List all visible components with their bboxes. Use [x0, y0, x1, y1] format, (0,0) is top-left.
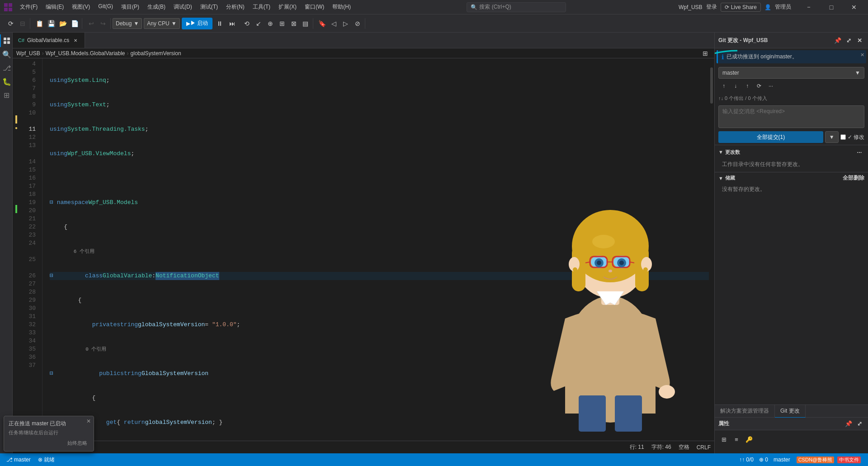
bookmark-1[interactable]: 🔖 — [317, 18, 328, 29]
code-line-refs2: 0 个引用 — [50, 345, 709, 353]
bottom-branch[interactable]: master — [771, 453, 793, 466]
toolbar-btn-3[interactable]: 📋 — [34, 18, 45, 29]
git-expand-btn[interactable]: ⤢ — [844, 35, 854, 45]
tab-globalvariable[interactable]: C# GlobalVariable.cs ✕ — [13, 33, 85, 48]
bookmark-4[interactable]: ⊘ — [352, 18, 363, 29]
menu-test[interactable]: 测试(T) — [197, 2, 222, 12]
platform-dropdown[interactable]: Any CPU ▼ — [144, 18, 179, 29]
commit-message-input[interactable] — [718, 105, 864, 128]
modified-indicator — [15, 115, 17, 124]
git-pin-btn[interactable]: 📌 — [833, 35, 843, 45]
line-ending[interactable]: CRLF — [697, 444, 711, 451]
menu-tools[interactable]: 工具(T) — [249, 2, 274, 12]
zero-count[interactable]: ⊕ 0 — [756, 453, 771, 466]
breakpoint-indicator[interactable]: ● — [15, 125, 18, 130]
props-pin-btn[interactable]: 📌 — [844, 419, 854, 429]
props-expand-btn[interactable]: ⤢ — [854, 419, 864, 429]
step-over[interactable]: ⏸ — [214, 18, 225, 29]
misc-btn-3[interactable]: ⊕ — [265, 18, 276, 29]
git-close-btn[interactable]: ✕ — [854, 35, 864, 45]
activity-explorer[interactable] — [0, 34, 13, 47]
push-btn[interactable]: ↑ — [742, 81, 753, 91]
misc-btn-6[interactable]: ▤ — [300, 18, 311, 29]
notification-close-btn[interactable]: ✕ — [860, 52, 864, 58]
modify-checkbox[interactable] — [840, 134, 846, 140]
bookmark-2[interactable]: ◁ — [329, 18, 340, 29]
debug-config-dropdown[interactable]: Debug ▼ — [113, 18, 142, 29]
minimize-button[interactable]: － — [798, 0, 819, 14]
indentation[interactable]: 空格 — [679, 443, 689, 451]
pull-btn[interactable]: ↓ — [730, 81, 741, 91]
activity-debug[interactable]: 🐛 — [0, 75, 13, 88]
menu-build[interactable]: 生成(B) — [144, 2, 169, 12]
commit-all-button[interactable]: 全部提交(1) — [718, 131, 823, 143]
misc-btn-4[interactable]: ⊞ — [277, 18, 288, 29]
git-branch-area: master ▼ ↑ ↓ ↑ ⟳ ··· — [715, 65, 868, 93]
stash-section-header[interactable]: ▼ 储藏 全部删除 — [715, 172, 868, 184]
step-into[interactable]: ⏭ — [227, 18, 238, 29]
tab-close-btn[interactable]: ✕ — [72, 37, 79, 44]
activity-search[interactable]: 🔍 — [0, 48, 13, 61]
branch-dropdown[interactable]: master ▼ — [718, 67, 864, 79]
menu-git[interactable]: Git(G) — [94, 2, 117, 12]
search-box[interactable]: 🔍 搜索 (Ctrl+Q) — [467, 2, 566, 12]
run-button[interactable]: ▶ ▶ 启动 — [182, 18, 212, 29]
toolbar-btn-2: ⊟ — [17, 18, 28, 29]
misc-btn-2[interactable]: ↙ — [253, 18, 264, 29]
toolbar-btn-1[interactable]: ⟳ — [5, 18, 16, 29]
bookmark-3[interactable]: ▷ — [340, 18, 351, 29]
sync-btn[interactable]: ⟳ — [754, 81, 764, 91]
toolbar-btn-5[interactable]: 📂 — [57, 18, 68, 29]
solution-explorer-tab[interactable]: 解决方案资源管理器 — [715, 405, 775, 418]
git-branch-status[interactable]: ⎇ master — [4, 453, 33, 466]
misc-btn-1[interactable]: ⟲ — [241, 18, 252, 29]
prop-btn-key[interactable]: 🔑 — [744, 434, 755, 445]
main-layout: 🔍 ⎇ 🐛 ⊞ ⚙ C# GlobalVariable.cs ✕ Wpf_USB… — [0, 33, 868, 453]
git-changes-tab[interactable]: Git 更改 — [775, 405, 806, 418]
editor-scrollbar[interactable] — [709, 58, 714, 441]
delete-all-btn[interactable]: 全部删除 — [843, 174, 864, 182]
menu-edit[interactable]: 编辑(E) — [42, 2, 67, 12]
menu-project[interactable]: 项目(P) — [118, 2, 143, 12]
activity-extensions[interactable]: ⊞ — [0, 89, 13, 101]
split-editor-btn[interactable]: ⊞ — [700, 48, 711, 59]
fetch-btn[interactable]: ↑ — [718, 81, 729, 91]
menu-view[interactable]: 视图(V) — [68, 2, 94, 12]
code-line-8 — [50, 174, 709, 182]
toast-close-btn[interactable]: ✕ — [86, 418, 91, 424]
code-editor[interactable]: using System.Linq; using System.Text; us… — [42, 58, 709, 441]
breadcrumb-project[interactable]: Wpf_USB — [16, 50, 40, 57]
push-notification: ℹ 已成功推送到 origin/master。 ✕ — [717, 50, 866, 63]
ready-status[interactable]: ⊗ 就绪 — [35, 453, 57, 466]
menu-help[interactable]: 帮助(H) — [329, 2, 354, 12]
menu-extensions[interactable]: 扩展(X) — [275, 2, 300, 12]
menu-file[interactable]: 文件(F) — [16, 2, 41, 12]
breadcrumb-namespace[interactable]: Wpf_USB.Models.GlobalVariable — [46, 50, 125, 57]
changes-section-header[interactable]: ▼ 更改数 ··· — [715, 145, 868, 159]
more-btn[interactable]: ··· — [765, 81, 776, 91]
close-button[interactable]: ✕ — [844, 0, 864, 14]
sync-count[interactable]: ↑↑ 0/0 — [736, 453, 756, 466]
maximize-button[interactable]: □ — [821, 0, 842, 14]
admin-label[interactable]: 管理员 — [775, 3, 791, 11]
prop-btn-list[interactable]: ≡ — [731, 434, 742, 445]
menu-window[interactable]: 窗口(W) — [301, 2, 328, 12]
status-icons-group: CSDN@鲁棒熊 中书文件 — [793, 453, 864, 466]
menu-debug[interactable]: 调试(D) — [170, 2, 196, 12]
breadcrumb-member[interactable]: globalSystemVersion — [131, 50, 181, 57]
misc-btn-5[interactable]: ⊠ — [288, 18, 299, 29]
login-btn[interactable]: 登录 — [706, 3, 717, 11]
live-share-button[interactable]: ⟳ Live Share — [721, 3, 761, 12]
toolbar-btn-4[interactable]: 💾 — [46, 18, 57, 29]
toast-ignore-btn[interactable]: 始终忽略 — [66, 439, 89, 447]
scrollbar-thumb[interactable] — [710, 67, 713, 104]
git-panel-header: Git 更改 - Wpf_USB 📌 ⤢ ✕ — [715, 33, 868, 48]
changes-more-btn[interactable]: ··· — [854, 147, 864, 157]
modify-checkbox-label[interactable]: ✓ 修改 — [840, 133, 864, 141]
commit-dropdown-btn[interactable]: ▼ — [825, 131, 839, 143]
menu-analyze[interactable]: 分析(N) — [222, 2, 248, 12]
branch-action-bar: ↑ ↓ ↑ ⟳ ··· — [718, 81, 864, 91]
activity-source-control[interactable]: ⎇ — [0, 62, 13, 74]
prop-btn-grid[interactable]: ⊞ — [718, 434, 729, 445]
toolbar-btn-6[interactable]: 📄 — [69, 18, 80, 29]
